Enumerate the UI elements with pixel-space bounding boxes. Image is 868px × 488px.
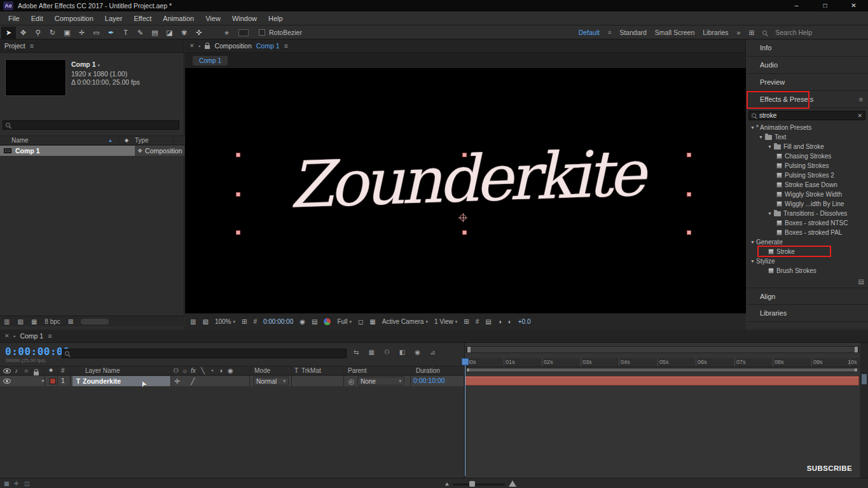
collapse-triangle-icon[interactable]: ▼ (766, 211, 773, 216)
roto-brush-tool-icon[interactable]: ✾ (177, 27, 191, 39)
collapse-triangle-icon[interactable]: ▼ (749, 125, 756, 130)
collapse-triangle-icon[interactable]: ▼ (757, 135, 764, 139)
new-composition-icon[interactable]: ▦ (31, 318, 37, 325)
workspace-overflow-chevrons[interactable]: » (737, 29, 741, 36)
panel-info[interactable]: Info (747, 39, 868, 57)
tree-preset-pulsing-strokes-2[interactable]: Pulsing Strokes 2 (747, 171, 868, 180)
share-view-icon[interactable]: ⊞ (464, 318, 469, 325)
effect-switch-icon[interactable]: ◔ (210, 367, 214, 374)
tree-effect-brush-strokes[interactable]: Brush Strokes (747, 266, 868, 275)
exposure-icon[interactable]: ◐ (508, 318, 512, 325)
show-snapshot-icon[interactable]: ▤ (312, 318, 317, 325)
fast-previews-icon[interactable]: ◑ (498, 318, 502, 325)
quality-switch-icon[interactable]: ╲ (201, 367, 205, 374)
tab-close-icon[interactable]: ✕ (189, 43, 195, 49)
tree-preset-boxes-stroked-pal[interactable]: Boxes - stroked PAL (747, 228, 868, 237)
pixel-aspect-icon[interactable]: ▤ (485, 318, 491, 325)
bit-depth-button[interactable]: 8 bpc (45, 318, 60, 325)
tree-group-stylize[interactable]: ▼ Stylize (747, 256, 868, 266)
shape-tool-icon[interactable]: ▭ (89, 27, 104, 39)
panel-align[interactable]: Align (747, 288, 868, 305)
column-type[interactable]: Type (135, 137, 149, 144)
current-time-indicator-handle[interactable] (462, 358, 469, 365)
workspace-menu-icon[interactable]: ≡ (608, 29, 611, 36)
frame-blend-switch-icon[interactable]: ◑ (219, 367, 223, 374)
clone-stamp-tool-icon[interactable]: ▤ (148, 27, 162, 39)
collapse-triangle-icon[interactable]: ▼ (749, 240, 756, 244)
panel-audio[interactable]: Audio (747, 57, 868, 74)
timeline-navigator[interactable] (466, 346, 859, 353)
menu-layer[interactable]: Layer (99, 15, 128, 22)
graph-editor-icon[interactable]: ⊿ (430, 349, 435, 356)
search-help-input[interactable]: Search Help (775, 29, 812, 36)
column-name[interactable]: Name (11, 137, 29, 144)
camera-tool-icon[interactable]: ▣ (60, 27, 74, 39)
view-layout-select[interactable]: 1 View▾ (434, 318, 457, 325)
timeline-track-area[interactable]: 00s 01s 02s 03s 04s 05s 06s 07s 08s 09s … (464, 343, 860, 478)
tab-project[interactable]: Project (4, 42, 25, 50)
safe-margins-icon[interactable]: # (253, 318, 257, 325)
snapshot-icon[interactable]: ◉ (300, 318, 305, 325)
collapse-switch-icon[interactable]: ☼ (182, 367, 188, 374)
column-duration[interactable]: Duration (416, 367, 440, 374)
handle-bottom-left[interactable] (236, 230, 240, 235)
workspace-libraries[interactable]: Libraries (703, 29, 728, 36)
layer-label-color-swatch[interactable] (50, 378, 56, 384)
grid-options-icon[interactable]: ⊞ (242, 318, 247, 325)
tree-preset-wiggly-width-by-line[interactable]: Wiggly ...idth By Line (747, 199, 868, 209)
workspace-switcher-icon[interactable]: ⊞ (748, 29, 754, 36)
lock-column-icon[interactable] (34, 372, 39, 375)
layer-position-switch-icon[interactable]: ✛ (174, 377, 180, 385)
new-folder-icon[interactable]: ▧ (17, 318, 23, 325)
panel-preview[interactable]: Preview (747, 74, 868, 91)
timeline-vertical-scrollbar[interactable] (860, 343, 868, 478)
tree-folder-text[interactable]: ▼ Text (747, 132, 868, 142)
tree-preset-boxes-stroked-ntsc[interactable]: Boxes - stroked NTSC (747, 218, 868, 228)
timeline-zoom-slider[interactable] (453, 484, 505, 485)
comp-mini-flowchart-icon[interactable]: ⇆ (354, 349, 359, 356)
timeline-search-field[interactable] (62, 349, 347, 358)
tree-folder-transitions-dissolves[interactable]: ▼ Transitions - Dissolves (747, 209, 868, 218)
handle-top-center[interactable] (462, 153, 467, 157)
current-timecode[interactable]: 0:00:00:00 (5, 345, 69, 358)
close-button[interactable]: ✕ (839, 0, 868, 11)
exposure-value[interactable]: +0.0 (518, 318, 531, 325)
viewer-lock-icon[interactable]: ▥ (190, 318, 196, 325)
region-of-interest-icon[interactable]: ◻ (358, 318, 363, 325)
layer-duration-bar[interactable] (465, 376, 859, 386)
handle-middle-right[interactable] (687, 192, 691, 197)
hand-tool-icon[interactable]: ✥ (16, 27, 31, 39)
tree-folder-fill-and-stroke[interactable]: ▼ Fill and Stroke (747, 142, 868, 151)
collapse-triangle-icon[interactable]: ▼ (749, 259, 756, 263)
type-tool-icon[interactable]: T (118, 27, 133, 39)
zoom-out-mountain-icon[interactable] (445, 482, 449, 485)
layer-name-cell[interactable]: T Zounderkite (72, 376, 170, 386)
layer-visibility-icon[interactable] (3, 379, 11, 384)
zoom-in-mountain-icon[interactable] (509, 480, 516, 487)
column-parent[interactable]: Parent (348, 367, 366, 374)
expand-in-out-icon[interactable]: ◫ (24, 480, 30, 487)
comp-info-arrow-icon[interactable]: ▾ (97, 63, 100, 67)
parent-pickwhip-icon[interactable]: ◎ (348, 377, 354, 385)
menu-animation[interactable]: Animation (157, 15, 200, 22)
scrollbar-thumb[interactable] (862, 374, 867, 384)
lock-icon[interactable] (205, 45, 210, 49)
camera-select[interactable]: Active Camera▾ (382, 318, 428, 325)
menu-help[interactable]: Help (263, 15, 289, 22)
menu-composition[interactable]: Composition (49, 15, 99, 22)
tree-group-generate[interactable]: ▼ Generate (747, 237, 868, 247)
show-channel-icon[interactable] (324, 318, 331, 325)
guides-icon[interactable]: # (476, 318, 479, 325)
transparency-grid-icon[interactable]: ▦ (369, 318, 375, 325)
collapse-triangle-icon[interactable]: ▼ (766, 144, 773, 149)
parent-select[interactable]: None▾ (357, 377, 404, 386)
navigator-handle-right[interactable] (855, 347, 858, 352)
tab-timeline-comp1[interactable]: Comp 1 (20, 332, 43, 340)
label-color-column-icon[interactable]: ◆ (125, 137, 128, 143)
resolution-select[interactable]: Full▾ (337, 318, 352, 325)
solo-column-icon[interactable]: ○ (24, 367, 28, 374)
menu-file[interactable]: File (3, 15, 25, 22)
expand-transfer-controls-icon[interactable]: ✛ (14, 480, 19, 487)
audio-column-icon[interactable]: ♪ (15, 367, 18, 374)
workspace-default[interactable]: Default (579, 29, 600, 36)
